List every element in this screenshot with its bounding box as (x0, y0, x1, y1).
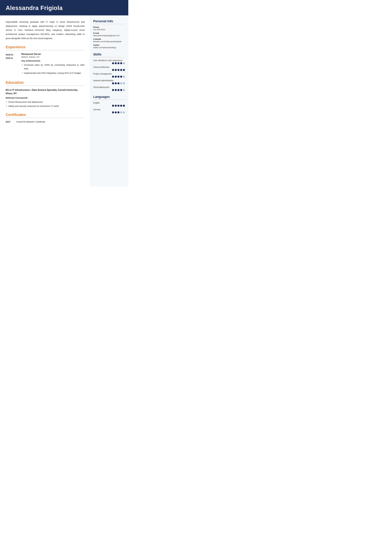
skill-name: Network administration (93, 79, 125, 82)
dot-filled (115, 69, 117, 71)
dot-filled (115, 76, 117, 78)
dot-empty (120, 82, 122, 84)
dot-filled (120, 69, 122, 71)
dot-empty (120, 111, 122, 113)
dot-filled (123, 105, 125, 107)
edu-degree: BS in IT Infrastructure—Data Science Spe… (6, 88, 85, 95)
language-item: German (93, 108, 125, 113)
certificates-title: Certificates (6, 112, 85, 117)
languages-title: Languages (93, 95, 125, 99)
linkedin-label: LinkedIn (93, 38, 125, 40)
language-item: English (93, 102, 125, 107)
personal-info-twitter: Twitter twitter.com/alessandrafrigo (93, 44, 125, 48)
dot-filled (118, 105, 119, 107)
experience-dates: 2018-01 - 2019-11 (6, 53, 21, 76)
language-dots (93, 105, 125, 107)
education-entry: BS in IT Infrastructure—Data Science Spe… (6, 88, 85, 108)
exp-achievements-title: Key Achievements (21, 60, 85, 62)
dot-filled (118, 89, 119, 91)
exp-bullets-list: Increased sales by 230% by connecting re… (21, 63, 85, 75)
experience-title: Experience (6, 45, 85, 49)
skill-dots (93, 89, 125, 91)
dot-filled (115, 89, 117, 91)
edu-bullet-1: Safety and security measures for tomorro… (6, 104, 85, 108)
dot-filled (118, 76, 119, 78)
dot-filled (123, 69, 125, 71)
education-section: Education BS in IT Infrastructure—Data S… (6, 80, 85, 108)
skill-name: Project management (93, 73, 125, 75)
skill-dots (93, 82, 125, 84)
skill-item: Network administration (93, 79, 125, 84)
email-label: E-mail (93, 32, 125, 34)
cert-entry: 2017 CompTIA Network+ Certificate (6, 120, 85, 123)
skill-dots (93, 76, 125, 78)
phone-label: Phone (93, 26, 125, 28)
exp-bullet-1: Implemented new POS integration, saving … (21, 71, 85, 75)
exp-date-start: 2018-01 - (6, 54, 14, 56)
main-layout: Dependable university graduate with IT m… (0, 15, 128, 186)
dot-filled (112, 89, 114, 91)
skill-dots (93, 69, 125, 71)
skill-item: Project management (93, 73, 125, 78)
dot-filled (112, 82, 114, 84)
skill-name: Cloud architecture (93, 66, 125, 68)
language-dots (93, 111, 125, 113)
personal-info-linkedin: LinkedIn linkedin.com/in/alessandrafrigi… (93, 38, 125, 43)
dot-filled (120, 105, 122, 107)
skill-item: User interface & user experience (93, 59, 125, 64)
edu-coursework-title: Relevant Coursework (6, 97, 85, 99)
languages-container: EnglishGerman (93, 102, 125, 113)
skill-name: Cloud deployment (93, 86, 125, 88)
skill-item: Cloud deployment (93, 86, 125, 91)
dot-filled (120, 76, 122, 78)
phone-value: 212-555-3214 (93, 28, 125, 31)
dot-filled (120, 62, 122, 64)
dot-filled (112, 62, 114, 64)
dot-empty (123, 111, 125, 113)
skills-section: Skills User interface & user experienceC… (93, 53, 125, 91)
dot-empty (123, 82, 125, 84)
experience-entry: 2018-01 - 2019-11 Restaurant Server Baha… (6, 53, 85, 76)
languages-section: Languages EnglishGerman (93, 95, 125, 113)
dot-filled (112, 105, 114, 107)
language-name: English (93, 102, 125, 104)
skills-container: User interface & user experienceCloud ar… (93, 59, 125, 91)
experience-content: Restaurant Server Bahari, Astoria, NY Ke… (21, 53, 85, 76)
candidate-name: Alessandra Frigiola (6, 5, 123, 11)
exp-date-end: 2019-11 (6, 57, 13, 59)
dot-empty (123, 76, 125, 78)
dot-filled (112, 111, 114, 113)
dot-filled (118, 82, 119, 84)
summary-text: Dependable university graduate with IT m… (6, 20, 85, 40)
personal-info-phone: Phone 212-555-3214 (93, 26, 125, 31)
skills-title: Skills (93, 53, 125, 56)
cert-year: 2017 (6, 120, 14, 123)
header: Alessandra Frigiola (0, 0, 128, 15)
left-column: Dependable university graduate with IT m… (0, 15, 90, 127)
twitter-label: Twitter (93, 44, 125, 46)
cert-name: CompTIA Network+ Certificate (16, 120, 45, 123)
certificates-section: Certificates 2017 CompTIA Network+ Certi… (6, 112, 85, 123)
right-column: Personal Info Phone 212-555-3214 E-mail … (90, 15, 128, 186)
language-name: German (93, 108, 125, 111)
dot-filled (118, 69, 119, 71)
twitter-value: twitter.com/alessandrafrigo (93, 46, 125, 48)
skill-name: User interface & user experience (93, 59, 125, 62)
education-title: Education (6, 80, 85, 85)
linkedin-value: linkedin.com/in/alessandrafrigiola (93, 41, 125, 43)
personal-info-title: Personal Info (93, 19, 125, 23)
email-value: alessandra.frigiola@gmail.com (93, 35, 125, 37)
experience-section: Experience 2018-01 - 2019-11 Restaurant … (6, 45, 85, 76)
skill-item: Cloud architecture (93, 66, 125, 71)
dot-filled (115, 105, 117, 107)
exp-job-title: Restaurant Server (21, 53, 85, 55)
edu-bullet-0: Cloud infrastructure and deployment (6, 100, 85, 104)
dot-filled (112, 76, 114, 78)
personal-info-divider (93, 24, 125, 24)
exp-bullet-0: Increased sales by 230% by connecting re… (21, 63, 85, 70)
dot-filled (115, 62, 117, 64)
skill-dots (93, 62, 125, 64)
edu-bullets-list: Cloud infrastructure and deployment Safe… (6, 100, 85, 108)
dot-filled (120, 89, 122, 91)
personal-info-email: E-mail alessandra.frigiola@gmail.com (93, 32, 125, 37)
